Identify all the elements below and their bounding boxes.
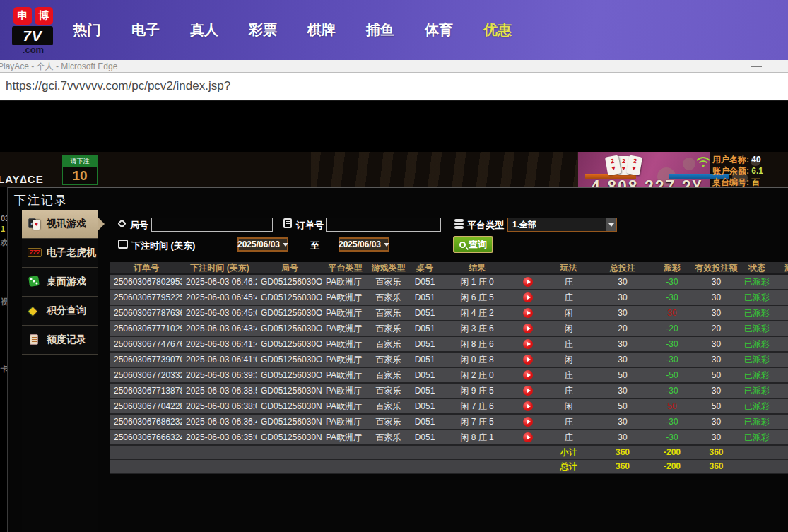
cell-play-method: 闲 (543, 323, 594, 335)
order-input[interactable] (326, 218, 441, 232)
play-video-button[interactable] (523, 308, 533, 318)
url-bar[interactable]: https://gci.7vvvvvv.com/pc/pcv2/index.js… (0, 73, 788, 101)
cell-valid-bet: 30 (693, 277, 739, 287)
subtotal-row-valid_bet: 360 (693, 447, 739, 457)
query-button-label: 查询 (469, 238, 487, 251)
table-no-value: 百 (751, 177, 760, 187)
sidebar-item-quota-records[interactable]: 额度记录 (22, 326, 98, 355)
bet-time-label: 下注时间 (美东) (131, 240, 195, 252)
filter-row-2: 下注时间 (美东) 2025/06/03 至 2025/06/03 查询 (110, 237, 785, 256)
to-label: 至 (310, 240, 319, 252)
cell-round: GD051256030O0 (257, 370, 322, 380)
nav-item-board[interactable]: 棋牌 (307, 20, 336, 40)
cell-order: 250603067704228 (110, 401, 182, 411)
filter-row-1: 局号 订单号 平台类型 1.全部 (110, 218, 785, 233)
cell-table: D051 (408, 324, 441, 333)
main-nav: 热门电子真人彩票棋牌捕鱼体育优惠 (73, 0, 512, 60)
total-row-valid_bet: 360 (693, 461, 739, 471)
cell-payout: -30 (651, 432, 693, 442)
cell-result: 闲 7 庄 6 (441, 401, 513, 413)
total-row: 总计360-200360 (110, 460, 788, 474)
cell-status: 已派彩 (739, 276, 775, 288)
round-input[interactable] (151, 218, 273, 232)
play-video-button[interactable] (523, 339, 533, 349)
active-arrow (98, 217, 105, 231)
dice-icon (28, 275, 42, 289)
play-video-button[interactable] (523, 355, 533, 365)
cell-game: 百家乐 (368, 354, 408, 366)
column-header: 平台类型 (322, 262, 368, 274)
nav-item-live[interactable]: 真人 (190, 20, 218, 40)
calendar-icon (118, 240, 128, 249)
app-window: 申 博 7V .com 热门电子真人彩票棋牌捕鱼体育优惠 PlayAce - 个… (0, 0, 788, 532)
play-video-button[interactable] (523, 324, 533, 333)
nav-item-lottery[interactable]: 彩票 (249, 20, 277, 40)
cell-time: 2025-06-03 06:41:46 (182, 339, 257, 349)
cell-payout: -30 (651, 339, 693, 349)
platform-select[interactable]: 1.全部 (507, 218, 617, 232)
cell-time: 2025-06-03 06:36:40 (182, 417, 257, 427)
play-icon (527, 435, 531, 439)
sidebar-item-points-query[interactable]: ◆积分查询 (22, 297, 98, 326)
cell-play-method: 庄 (543, 276, 594, 288)
cell-table: D051 (408, 401, 441, 411)
nav-item-slots[interactable]: 电子 (131, 20, 160, 40)
cell-valid-bet: 30 (693, 386, 739, 396)
play-video-button[interactable] (523, 386, 533, 396)
cell-platform: PA欧洲厅 (322, 354, 368, 366)
cell-platform: PA欧洲厅 (322, 338, 368, 350)
date-from-select[interactable]: 2025/06/03 (237, 237, 288, 252)
logo-com: .com (12, 45, 54, 54)
nav-item-fishing[interactable]: 捕鱼 (366, 20, 394, 40)
sidebar-item-slot-machine[interactable]: 777电子老虎机 (22, 239, 98, 268)
cell-table: D051 (408, 277, 441, 287)
cell-result: 闲 9 庄 5 (441, 385, 513, 397)
query-button[interactable]: 查询 (453, 236, 493, 253)
play-icon (527, 311, 531, 315)
column-header: 状态 (739, 262, 775, 274)
play-icon (527, 280, 531, 284)
sidebar-item-label: 额度记录 (47, 333, 86, 346)
sidebar-item-video-games[interactable]: ♠♥视讯游戏 (22, 210, 98, 239)
sidebar-item-table-games[interactable]: 桌面游戏 (22, 268, 98, 297)
cell-game: 百家乐 (368, 292, 408, 304)
play-video-button[interactable] (523, 370, 533, 380)
table-row: 2506030677390702025-06-03 06:41:02GD0512… (110, 353, 788, 368)
nav-item-sports[interactable]: 体育 (425, 20, 453, 40)
cell-platform: PA欧洲厅 (322, 401, 368, 413)
play-cell (513, 292, 543, 303)
cell-round: GD051256030O9 (257, 292, 322, 302)
play-cell (513, 417, 543, 427)
play-video-button[interactable] (523, 292, 533, 302)
cell-game: 百家乐 (368, 416, 408, 428)
cell-valid-bet: 30 (693, 339, 739, 349)
nav-item-promo[interactable]: 优惠 (483, 20, 512, 40)
play-video-button[interactable] (523, 277, 533, 287)
table-row: 2506030676862322025-06-03 06:36:40GD0512… (110, 415, 788, 430)
username-label: 用户名称: (712, 155, 749, 165)
nav-item-hot[interactable]: 热门 (73, 20, 101, 40)
play-cell (513, 324, 543, 334)
cell-result: 闲 4 庄 2 (441, 307, 513, 319)
site-header: 申 博 7V .com 热门电子真人彩票棋牌捕鱼体育优惠 (0, 0, 788, 60)
table-row: 2506030677138782025-06-03 06:38:57GD0512… (110, 384, 788, 399)
sidebar-item-label: 积分查询 (47, 305, 86, 317)
cell-platform: PA欧洲厅 (322, 370, 368, 382)
cell-table: D051 (408, 292, 441, 302)
cell-total-bet: 30 (594, 308, 651, 318)
slots-icon: 777 (28, 246, 42, 260)
minimize-button[interactable] (751, 66, 762, 67)
cell-round: GD051256030O2 (257, 355, 322, 365)
cell-result: 闲 6 庄 5 (441, 292, 513, 304)
column-header: 订单号 (110, 262, 182, 274)
cell-result: 闲 7 庄 5 (441, 416, 513, 428)
play-video-button[interactable] (523, 417, 533, 427)
cell-status: 已派彩 (739, 370, 775, 382)
play-icon (527, 326, 531, 331)
play-video-button[interactable] (523, 432, 533, 442)
play-icon (527, 389, 531, 393)
site-logo[interactable]: 申 博 7V .com (12, 7, 54, 54)
date-to-select[interactable]: 2025/06/03 (339, 237, 389, 252)
column-header: 下注时间 (美东) (182, 262, 257, 274)
play-video-button[interactable] (523, 401, 533, 411)
